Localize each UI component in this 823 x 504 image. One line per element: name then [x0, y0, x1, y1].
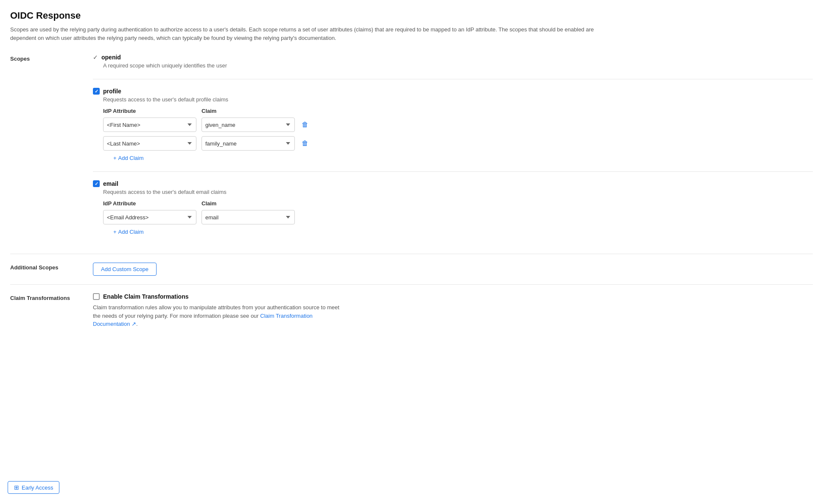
claim-transformations-section: Claim Transformations Enable Claim Trans…	[10, 293, 813, 328]
scope-name-profile: profile	[103, 88, 121, 95]
additional-scopes-section: Additional Scopes Add Custom Scope	[10, 263, 813, 285]
scope-item-email: email Requests access to the user's defa…	[93, 180, 813, 235]
claim-transformations-label: Claim Transformations	[10, 293, 89, 328]
additional-scopes-content: Add Custom Scope	[89, 263, 813, 276]
scope-item-openid: ✓ openid A required scope which uniquely…	[93, 54, 813, 69]
claim-select-email[interactable]: email given_name family_name	[202, 210, 295, 224]
scope-description-openid: A required scope which uniquely identifi…	[103, 62, 813, 69]
scope-header-email: email	[93, 180, 813, 187]
enable-claim-checkbox[interactable]	[93, 293, 100, 300]
add-claim-text-email: Add Claim	[118, 229, 144, 235]
scope-item-profile: profile Requests access to the user's de…	[93, 88, 813, 161]
claim-row-email: <Email Address> <First Name> <Last Name>…	[103, 210, 813, 224]
checkbox-email[interactable]	[93, 180, 100, 187]
scope-description-profile: Requests access to the user's default pr…	[103, 96, 813, 103]
checkmark-icon-openid: ✓	[93, 54, 98, 61]
scopes-content: ✓ openid A required scope which uniquely…	[89, 54, 813, 245]
add-custom-scope-button[interactable]: Add Custom Scope	[93, 263, 157, 276]
idp-attribute-header-email: IdP Attribute	[103, 200, 196, 207]
add-claim-text-profile: Add Claim	[118, 155, 144, 161]
claim-row-given-name: <First Name> <Last Name> <Email Address>…	[103, 118, 813, 132]
delete-claim-given-name[interactable]: 🗑	[300, 119, 310, 130]
claim-transformations-content: Enable Claim Transformations Claim trans…	[89, 293, 813, 328]
add-claim-link-email[interactable]: + Add Claim	[113, 229, 813, 235]
claim-header-email: Claim	[202, 200, 295, 207]
enable-claim-label: Enable Claim Transformations	[103, 293, 189, 300]
claims-header-email: IdP Attribute Claim	[103, 200, 813, 207]
scope-divider-1	[93, 79, 813, 79]
scopes-label: Scopes	[10, 54, 89, 245]
claim-select-family-name[interactable]: family_name given_name email	[202, 136, 295, 151]
idp-attribute-select-email[interactable]: <Email Address> <First Name> <Last Name>	[103, 210, 196, 224]
idp-attribute-header-profile: IdP Attribute	[103, 108, 196, 114]
claims-header-profile: IdP Attribute Claim	[103, 108, 813, 114]
additional-scopes-label: Additional Scopes	[10, 263, 89, 276]
scope-description-email: Requests access to the user's default em…	[103, 189, 813, 195]
claim-transform-description: Claim transformation rules allow you to …	[93, 303, 347, 328]
scope-name-openid: openid	[101, 54, 121, 61]
add-claim-icon-profile: +	[113, 155, 117, 161]
scopes-section: Scopes ✓ openid A required scope which u…	[10, 54, 813, 254]
add-claim-icon-email: +	[113, 229, 117, 235]
claim-row-family-name: <Last Name> <First Name> <Email Address>…	[103, 136, 813, 151]
claim-header-profile: Claim	[202, 108, 295, 114]
scope-header-profile: profile	[93, 88, 813, 95]
scope-header-openid: ✓ openid	[93, 54, 813, 61]
claims-table-email: IdP Attribute Claim <Email Address> <Fir…	[103, 200, 813, 235]
delete-claim-family-name[interactable]: 🗑	[300, 138, 310, 149]
scope-divider-2	[93, 171, 813, 172]
claims-table-profile: IdP Attribute Claim <First Name> <Last N…	[103, 108, 813, 161]
scope-name-email: email	[103, 180, 118, 187]
page-title: OIDC Response	[10, 10, 813, 21]
page-description: Scopes are used by the relying party dur…	[10, 25, 596, 42]
enable-claim-row: Enable Claim Transformations	[93, 293, 813, 300]
idp-attribute-select-first-name[interactable]: <First Name> <Last Name> <Email Address>	[103, 118, 196, 132]
idp-attribute-select-last-name[interactable]: <Last Name> <First Name> <Email Address>	[103, 136, 196, 151]
claim-select-given-name[interactable]: given_name family_name email	[202, 118, 295, 132]
checkbox-profile[interactable]	[93, 88, 100, 95]
add-claim-link-profile[interactable]: + Add Claim	[113, 155, 813, 161]
